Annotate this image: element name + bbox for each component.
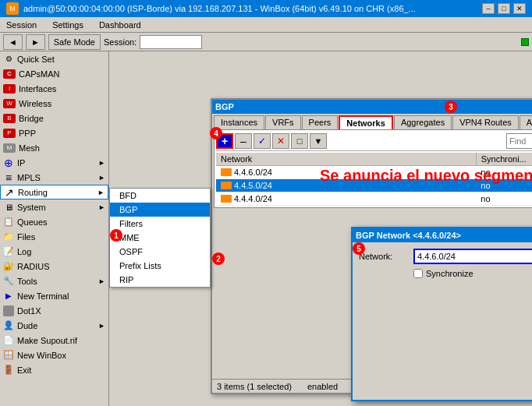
sidebar-item-ppp[interactable]: P PPP bbox=[0, 125, 108, 140]
menu-bar: Session Settings Dashboard bbox=[0, 17, 532, 33]
sidebar-item-new-winbox[interactable]: 🪟 New WinBox bbox=[0, 348, 108, 362]
content-area: BFD BGP Filters MME OSPF Prefix Lists RI… bbox=[109, 51, 532, 406]
menu-session[interactable]: Session bbox=[3, 19, 40, 30]
title-bar-text: admin@50:00:00:04:00:00 (ISP-Borde) via … bbox=[23, 4, 416, 13]
row3-network: 4.4.4.0/24 bbox=[216, 192, 476, 205]
sidebar-item-dude[interactable]: 👤 Dude ► bbox=[0, 318, 108, 333]
dot1x-icon bbox=[3, 305, 14, 316]
sidebar-item-files[interactable]: 📁 Files bbox=[0, 229, 108, 244]
minimize-btn[interactable]: – bbox=[482, 3, 495, 14]
row1-network-icon bbox=[221, 168, 232, 176]
forward-btn[interactable]: ► bbox=[26, 34, 45, 50]
capsman-icon: C bbox=[3, 69, 16, 79]
sidebar-item-ip[interactable]: ⊕ IP ► bbox=[0, 155, 108, 170]
submenu-bfd[interactable]: BFD bbox=[110, 189, 210, 203]
sidebar-item-queues[interactable]: 📋 Queues bbox=[0, 214, 108, 229]
system-arrow: ► bbox=[98, 203, 105, 211]
system-icon: 🖥 bbox=[3, 202, 14, 213]
sidebar-item-dot1x[interactable]: Dot1X bbox=[0, 303, 108, 318]
network-row: 5 Network: bbox=[359, 249, 532, 264]
tab-instances[interactable]: Instances bbox=[214, 115, 264, 129]
sidebar-label-dot1x: Dot1X bbox=[17, 306, 41, 316]
sidebar-item-make-supout[interactable]: 📄 Make Supout.rif bbox=[0, 333, 108, 348]
ip-arrow: ► bbox=[98, 159, 105, 167]
session-input[interactable] bbox=[140, 35, 202, 49]
sidebar-item-wireless[interactable]: W Wireless bbox=[0, 96, 108, 111]
label-3: 3 bbox=[445, 101, 457, 113]
mesh-icon: M bbox=[3, 143, 16, 153]
col-network: Network bbox=[216, 153, 477, 165]
remove-network-btn[interactable]: – bbox=[235, 133, 252, 149]
close-btn[interactable]: ✕ bbox=[513, 3, 526, 14]
label-1: 1 bbox=[110, 229, 122, 242]
cross-btn[interactable]: ✕ bbox=[272, 133, 289, 149]
sidebar-label-log: Log bbox=[17, 247, 31, 256]
tools-icon: 🔧 bbox=[3, 276, 14, 287]
sidebar-item-capsman[interactable]: C CAPsMAN bbox=[0, 66, 108, 81]
radius-icon: 🔐 bbox=[3, 261, 14, 272]
submenu-mme[interactable]: MME bbox=[110, 231, 210, 245]
tab-advertisements[interactable]: Advertisements bbox=[520, 115, 532, 129]
sidebar-label-capsman: CAPsMAN bbox=[19, 69, 60, 79]
tab-vrfs[interactable]: VRFs bbox=[265, 115, 301, 129]
tab-peers[interactable]: Peers bbox=[302, 115, 339, 129]
bgp-title: BGP bbox=[215, 102, 234, 111]
synchronize-checkbox[interactable] bbox=[413, 269, 423, 278]
label-5: 5 bbox=[353, 242, 365, 255]
ppp-icon: P bbox=[3, 129, 16, 138]
submenu-rip[interactable]: RIP bbox=[110, 273, 210, 287]
sidebar-item-new-terminal[interactable]: ▶ New Terminal bbox=[0, 288, 108, 303]
row2-network-icon bbox=[221, 182, 232, 189]
sidebar-item-quick-set[interactable]: ⚙ Quick Set bbox=[0, 51, 108, 66]
bgp-toolbar: 4 + – ✓ ✕ □ ▼ ▼ bbox=[216, 132, 532, 151]
check-btn[interactable]: ✓ bbox=[254, 133, 271, 149]
tab-networks[interactable]: Networks bbox=[339, 115, 393, 129]
sidebar-item-tools[interactable]: 🔧 Tools ► bbox=[0, 274, 108, 288]
network-input[interactable] bbox=[413, 249, 532, 264]
sidebar-item-routing[interactable]: ↗ Routing ► bbox=[0, 185, 108, 199]
table-row[interactable]: 4.4.4.0/24 no bbox=[216, 192, 532, 206]
ip-icon: ⊕ bbox=[3, 157, 14, 168]
search-input[interactable] bbox=[506, 133, 532, 149]
bgp-item-count: 3 items (1 selected) bbox=[217, 382, 292, 391]
log-icon: 📝 bbox=[3, 246, 14, 257]
submenu-prefix-lists[interactable]: Prefix Lists bbox=[110, 259, 210, 273]
wireless-icon: W bbox=[3, 99, 16, 108]
menu-dashboard[interactable]: Dashboard bbox=[96, 19, 144, 30]
bgp-enabled-status: enabled bbox=[307, 382, 338, 391]
table-header: Network Synchroni... bbox=[216, 153, 532, 166]
submenu-bgp[interactable]: BGP bbox=[110, 203, 210, 217]
sidebar-item-log[interactable]: 📝 Log bbox=[0, 244, 108, 259]
sidebar-item-interfaces[interactable]: I Interfaces bbox=[0, 81, 108, 96]
search-area: ▼ bbox=[506, 133, 532, 149]
copy-toolbar-btn[interactable]: □ bbox=[291, 133, 308, 149]
menu-settings[interactable]: Settings bbox=[49, 19, 87, 30]
sidebar-item-system[interactable]: 🖥 System ► bbox=[0, 199, 108, 214]
safe-mode-btn[interactable]: Safe Mode bbox=[48, 34, 101, 50]
synchronize-label: Synchronize bbox=[426, 269, 473, 278]
tab-aggregates[interactable]: Aggregates bbox=[394, 115, 452, 129]
sidebar-label-dude: Dude bbox=[17, 321, 37, 330]
dude-icon: 👤 bbox=[3, 320, 14, 331]
sidebar-item-mesh[interactable]: M Mesh bbox=[0, 140, 108, 155]
bgp-titlebar: BGP – □ ✕ bbox=[212, 100, 532, 114]
mpls-arrow: ► bbox=[98, 174, 105, 182]
back-btn[interactable]: ◄ bbox=[3, 34, 23, 50]
sidebar-label-ppp: PPP bbox=[19, 129, 36, 138]
sidebar-item-radius[interactable]: 🔐 RADIUS bbox=[0, 259, 108, 274]
sidebar-item-mpls[interactable]: ≡ MPLS ► bbox=[0, 170, 108, 185]
sidebar-label-new-winbox: New WinBox bbox=[17, 351, 66, 360]
sidebar: ⚙ Quick Set C CAPsMAN I Interfaces W Wir… bbox=[0, 51, 109, 406]
sidebar-label-quick-set: Quick Set bbox=[17, 55, 55, 64]
sidebar-item-bridge[interactable]: B Bridge bbox=[0, 111, 108, 125]
tab-vpn4-routes[interactable]: VPN4 Routes bbox=[452, 115, 519, 129]
submenu-filters[interactable]: Filters bbox=[110, 217, 210, 231]
maximize-btn[interactable]: □ bbox=[498, 3, 510, 14]
main-toolbar: ◄ ► Safe Mode Session: bbox=[0, 33, 532, 51]
filter-btn[interactable]: ▼ bbox=[310, 133, 327, 149]
new-winbox-icon: 🪟 bbox=[3, 350, 14, 361]
bgp-network-dialog: BGP Network <4.4.6.0/24> 7 – □ ✕ bbox=[351, 227, 532, 401]
title-bar: M admin@50:00:00:04:00:00 (ISP-Borde) vi… bbox=[0, 0, 532, 17]
sidebar-item-exit[interactable]: 🚪 Exit bbox=[0, 362, 108, 377]
submenu-ospf[interactable]: OSPF bbox=[110, 245, 210, 259]
